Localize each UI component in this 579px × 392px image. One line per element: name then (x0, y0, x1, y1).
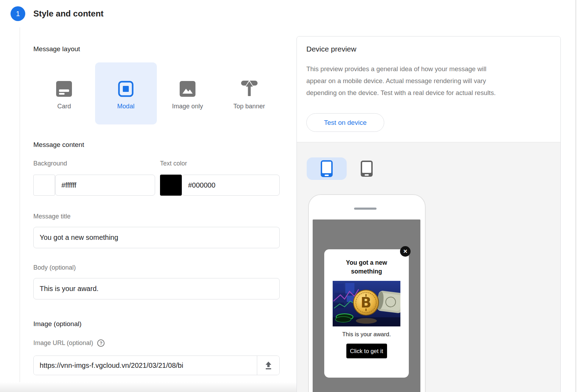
help-icon[interactable]: ? (97, 339, 105, 347)
text-color-swatch[interactable] (160, 175, 182, 196)
device-preview-header: Device preview This preview provides a g… (297, 36, 560, 142)
device-preview-heading: Device preview (306, 45, 356, 53)
image-only-layout-icon (179, 81, 196, 97)
device-preview-panel: Device preview This preview provides a g… (297, 36, 561, 392)
in-app-messaging-composer: 1 Style and content Message layout Card … (0, 0, 579, 392)
layout-option-modal[interactable]: Modal (95, 62, 157, 124)
layout-option-top-banner[interactable]: Top banner (218, 62, 280, 124)
test-on-device-button[interactable]: Test on device (306, 113, 384, 132)
tablet-icon (361, 161, 373, 177)
image-url-input[interactable] (34, 356, 257, 375)
layout-option-image-only[interactable]: Image only (157, 62, 219, 124)
upload-icon (264, 361, 273, 370)
layout-option-label: Top banner (233, 103, 265, 110)
message-title-label: Message title (33, 213, 71, 220)
description-line: depending on the device. Test with a rea… (306, 87, 545, 99)
card-layout-icon (56, 81, 72, 97)
phone-icon (321, 160, 333, 177)
modal-layout-icon (118, 81, 134, 97)
background-color-swatch[interactable] (33, 175, 55, 196)
preview-message-modal: ✕ You got a new something (324, 249, 409, 378)
text-color-label: Text color (160, 160, 187, 167)
body-label: Body (optional) (33, 264, 76, 271)
bitcoin-award-image: B (333, 281, 400, 326)
image-url-box (33, 356, 280, 375)
preview-message-title: You got a new something (339, 258, 395, 276)
background-color-input[interactable] (55, 175, 155, 195)
scroll-track-line (575, 0, 576, 392)
phone-screen: ✕ You got a new something (313, 219, 420, 392)
layout-option-label: Image only (172, 103, 203, 110)
message-layout-label: Message layout (33, 45, 80, 53)
phone-preview-toggle[interactable] (307, 157, 347, 180)
message-layout-options: Card Modal Image only Top banner (33, 62, 280, 124)
device-preview-description: This preview provides a general idea of … (306, 63, 545, 99)
background-color-box (55, 175, 155, 196)
text-color-input[interactable] (182, 175, 279, 195)
image-section-heading: Image (optional) (33, 320, 81, 328)
close-icon: ✕ (400, 246, 411, 257)
stepper-line (20, 27, 20, 392)
description-line: appear on a mobile device. Actual messag… (306, 75, 545, 87)
top-banner-layout-icon (241, 81, 258, 97)
body-input[interactable] (34, 278, 279, 299)
upload-image-button[interactable] (257, 356, 279, 375)
phone-mockup: ✕ You got a new something (308, 194, 426, 392)
tablet-preview-toggle[interactable] (347, 157, 387, 180)
layout-option-label: Card (57, 103, 71, 110)
section-bottom-fade (0, 382, 297, 392)
description-line: This preview provides a general idea of … (306, 63, 545, 75)
phone-speaker (354, 208, 377, 210)
text-color-box (182, 175, 280, 196)
background-label: Background (33, 160, 67, 167)
message-content-heading: Message content (33, 141, 84, 149)
page-title: Style and content (33, 9, 104, 19)
layout-option-card[interactable]: Card (33, 62, 95, 124)
body-box (33, 278, 280, 299)
image-url-label: Image URL (optional) (33, 339, 93, 347)
layout-option-label: Modal (117, 103, 134, 110)
message-title-box (33, 227, 280, 248)
step-number-badge: 1 (11, 6, 25, 21)
svg-text:B: B (361, 295, 372, 311)
preview-action-button: Click to get it (346, 344, 387, 358)
preview-message-body: This is your award. (324, 331, 409, 338)
message-title-input[interactable] (34, 227, 279, 248)
